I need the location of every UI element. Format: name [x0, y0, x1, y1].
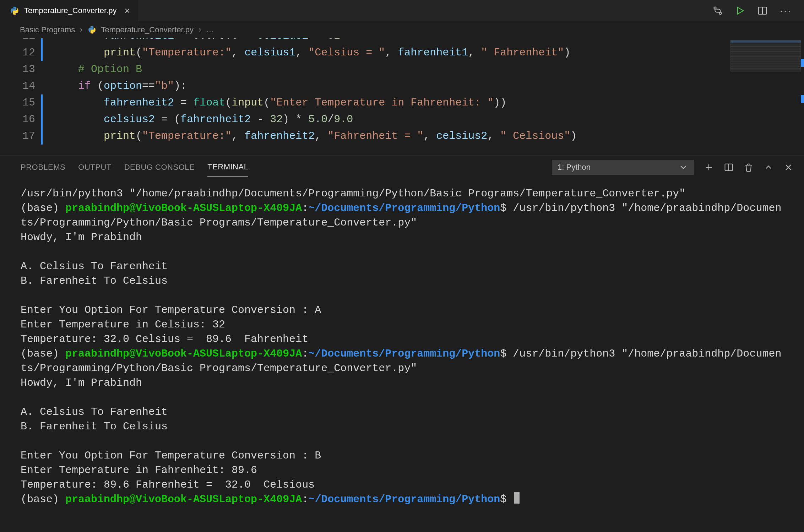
code-line[interactable]: 17 print("Temperature:", fahrenheit2, "F… — [0, 128, 804, 145]
chevron-right-icon: › — [199, 25, 201, 34]
new-terminal-icon[interactable] — [704, 162, 714, 172]
line-number: 17 — [0, 128, 41, 145]
line-number: 13 — [0, 61, 41, 78]
code-editor[interactable]: 11 fahrenheit1 = 9.0/5.0 * celsius1 + 32… — [0, 38, 804, 156]
close-tab-icon[interactable]: × — [124, 5, 130, 16]
code-line[interactable]: 15 fahrenheit2 = float(input("Enter Temp… — [0, 94, 804, 111]
tab-bar: Temperature_Converter.py × ··· — [0, 0, 804, 21]
bottom-panel: PROBLEMS OUTPUT DEBUG CONSOLE TERMINAL 1… — [0, 156, 804, 532]
code-text: print("Temperature:", celsius1, "Celsius… — [53, 44, 570, 61]
minimap[interactable] — [730, 40, 801, 72]
tab-temperature-converter[interactable]: Temperature_Converter.py × — [0, 0, 138, 21]
svg-point-1 — [719, 12, 722, 14]
editor-actions: ··· — [712, 0, 804, 21]
code-text: celsius2 = (fahrenheit2 - 32) * 5.0/9.0 — [53, 111, 353, 128]
code-line[interactable]: 16 celsius2 = (fahrenheit2 - 32) * 5.0/9… — [0, 111, 804, 128]
breadcrumb-symbol[interactable]: … — [206, 25, 214, 34]
split-terminal-icon[interactable] — [724, 162, 734, 172]
tab-filename: Temperature_Converter.py — [24, 6, 116, 15]
split-editor-icon[interactable] — [757, 5, 768, 16]
modified-indicator — [41, 44, 43, 61]
compare-changes-icon[interactable] — [712, 5, 723, 16]
code-lines: 11 fahrenheit1 = 9.0/5.0 * celsius1 + 32… — [0, 38, 804, 145]
tab-terminal[interactable]: TERMINAL — [207, 157, 248, 177]
terminal-content[interactable]: /usr/bin/python3 "/home/praabindhp/Docum… — [0, 179, 804, 532]
close-panel-icon[interactable] — [783, 162, 793, 172]
python-file-icon — [10, 6, 19, 15]
modified-indicator — [41, 111, 43, 128]
modified-indicator — [41, 38, 43, 44]
minimap-viewport[interactable] — [730, 40, 801, 71]
code-text: if (option=="b"): — [53, 78, 187, 94]
code-line[interactable]: 12 print("Temperature:", celsius1, "Cels… — [0, 44, 804, 61]
modified-indicator — [41, 94, 43, 111]
line-number: 11 — [0, 38, 41, 44]
line-number: 12 — [0, 44, 41, 61]
kill-terminal-icon[interactable] — [744, 162, 754, 172]
code-text: # Option B — [53, 61, 142, 78]
terminal-selector-label: 1: Python — [558, 163, 591, 172]
code-text: fahrenheit1 = 9.0/5.0 * celsius1 + 32 — [53, 38, 340, 44]
terminal-cursor — [514, 492, 520, 504]
overview-ruler — [800, 38, 804, 156]
line-number: 14 — [0, 78, 41, 94]
python-file-icon — [88, 26, 96, 34]
breadcrumb-file[interactable]: Temperature_Converter.py — [101, 25, 194, 34]
code-text: print("Temperature:", fahrenheit2, "Fahr… — [53, 128, 577, 145]
chevron-down-icon — [678, 162, 688, 172]
more-actions-icon[interactable]: ··· — [780, 5, 792, 16]
line-number: 16 — [0, 111, 41, 128]
tab-output[interactable]: OUTPUT — [78, 158, 111, 177]
modified-indicator — [41, 128, 43, 145]
chevron-right-icon: › — [80, 25, 82, 34]
tabs-container: Temperature_Converter.py × — [0, 0, 138, 21]
modified-indicator — [41, 78, 43, 94]
code-text: fahrenheit2 = float(input("Enter Tempera… — [53, 94, 506, 111]
tab-problems[interactable]: PROBLEMS — [21, 158, 65, 177]
code-line[interactable]: 14 if (option=="b"): — [0, 78, 804, 94]
breadcrumb[interactable]: Basic Programs › Temperature_Converter.p… — [0, 21, 804, 38]
modified-indicator — [41, 61, 43, 78]
code-line[interactable]: 13 # Option B — [0, 61, 804, 78]
panel-tabs: PROBLEMS OUTPUT DEBUG CONSOLE TERMINAL 1… — [0, 156, 804, 179]
line-number: 15 — [0, 94, 41, 111]
svg-point-0 — [714, 7, 716, 9]
run-icon[interactable] — [735, 6, 745, 16]
terminal-selector[interactable]: 1: Python — [552, 160, 694, 175]
panel-actions: 1: Python — [552, 160, 793, 175]
tab-debug-console[interactable]: DEBUG CONSOLE — [124, 158, 195, 177]
breadcrumb-folder[interactable]: Basic Programs — [20, 25, 75, 34]
maximize-panel-icon[interactable] — [764, 162, 773, 172]
code-line[interactable]: 11 fahrenheit1 = 9.0/5.0 * celsius1 + 32 — [0, 38, 804, 44]
